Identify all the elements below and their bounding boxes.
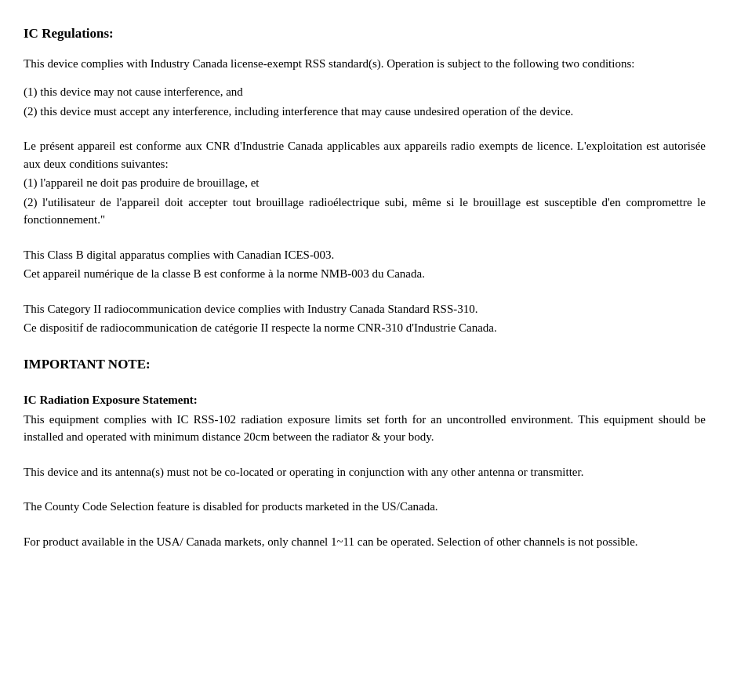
radiation-heading: IC Radiation Exposure Statement: — [24, 391, 706, 409]
paragraph-6: (2) l'utilisateur de l'appareil doit acc… — [24, 194, 706, 229]
ic-regulations-heading: IC Regulations: — [24, 24, 706, 44]
paragraph-8: Cet appareil numérique de la classe B es… — [24, 265, 706, 283]
paragraph-12: This device and its antenna(s) must not … — [24, 463, 706, 481]
paragraph-5: (1) l'appareil ne doit pas produire de b… — [24, 174, 706, 192]
paragraph-9: This Category II radiocommunication devi… — [24, 300, 706, 318]
paragraph-13: The County Code Selection feature is dis… — [24, 498, 706, 516]
paragraph-14: For product available in the USA/ Canada… — [24, 533, 706, 551]
radiation-heading-label: IC Radiation Exposure Statement: — [24, 394, 198, 406]
paragraph-1: This device complies with Industry Canad… — [24, 55, 706, 73]
paragraph-11: This equipment complies with IC RSS-102 … — [24, 411, 706, 446]
paragraph-3: (2) this device must accept any interfer… — [24, 103, 706, 121]
paragraph-10: Ce dispositif de radiocommunication de c… — [24, 319, 706, 337]
paragraph-7: This Class B digital apparatus complies … — [24, 246, 706, 264]
page-content: IC Regulations: This device complies wit… — [24, 24, 706, 550]
important-note-heading: IMPORTANT NOTE: — [24, 354, 706, 375]
paragraph-4: Le présent appareil est conforme aux CNR… — [24, 137, 706, 172]
paragraph-2: (1) this device may not cause interferen… — [24, 83, 706, 101]
